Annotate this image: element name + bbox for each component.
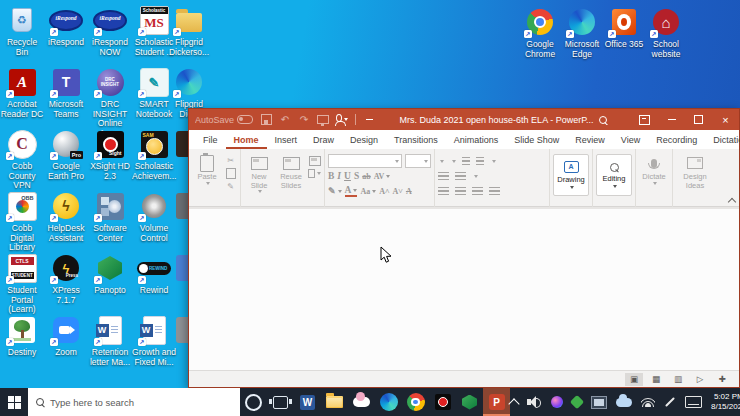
save-icon[interactable] [260,114,272,126]
reuse-slides-button[interactable]: Reuse Slides [276,152,306,209]
desktop-icon-microsoft-edge[interactable]: ↗Microsoft Edge [558,6,606,59]
slide-sorter-button[interactable]: ▦ [647,373,665,386]
highlight-pen-icon[interactable]: ✎ [328,186,342,196]
font-color-icon[interactable]: A [345,186,358,197]
new-slide-button[interactable]: New Slide [244,152,274,209]
desktop-icon-google-earth-pro[interactable]: Pro↗Google Earth Pro [44,128,88,181]
desktop-icon-xpress[interactable]: ϟPress↗XPress 7.1.7 [44,252,88,305]
tab-file[interactable]: File [195,132,226,149]
file-explorer-taskbar[interactable] [321,388,348,416]
tab-dictation[interactable]: Dictation [705,132,740,149]
cut-icon[interactable]: ✂ [224,155,237,166]
slideshow-button[interactable]: ▷ [691,373,709,386]
drawing-button[interactable]: A Drawing [553,154,589,196]
desktop-icon-google-chrome[interactable]: ↗Google Chrome [516,6,564,59]
start-presentation-icon[interactable] [317,114,329,126]
character-spacing-icon[interactable]: AV [374,172,391,181]
tab-transitions[interactable]: Transitions [386,132,446,149]
autosave-toggle[interactable]: AutoSave [195,115,253,125]
touch-keyboard-icon[interactable] [685,396,702,408]
text-shadow-icon[interactable]: S [354,171,359,181]
columns-icon[interactable] [438,172,449,181]
align-center-icon[interactable] [455,187,466,196]
desktop-icon-flipgrid-dickerson[interactable]: ↗Flipgrid Dickerso... [167,4,211,57]
italic-icon[interactable]: I [337,171,341,181]
desktop-icon-school-website[interactable]: ⌂↗School website [642,6,690,59]
tab-home[interactable]: Home [226,132,267,149]
powerpoint-taskbar[interactable]: P [483,388,510,416]
paste-button[interactable]: Paste [192,152,222,209]
clear-formatting-icon[interactable]: A [406,187,412,196]
desktop-icon-helpdesk-assistant[interactable]: ϟ↗HelpDesk Assistant [44,190,88,243]
desktop-icon-irespond[interactable]: iRespond↗iRespond [44,4,88,48]
tab-draw[interactable]: Draw [305,132,342,149]
tab-design[interactable]: Design [342,132,386,149]
collapse-ribbon-icon[interactable] [728,197,735,204]
cortana-orb-icon[interactable] [551,396,563,408]
tab-insert[interactable]: Insert [267,132,306,149]
line-spacing-icon[interactable] [490,157,496,166]
underline-icon[interactable]: U [344,171,351,181]
word-taskbar[interactable]: W [294,388,321,416]
grow-font-icon[interactable]: A˄ [379,187,389,196]
align-text-icon[interactable] [472,172,478,181]
cortana-button[interactable] [240,388,267,416]
chrome-taskbar[interactable] [402,388,429,416]
desktop-icon-retention-letter[interactable]: W↗Retention letter Ma... [88,314,132,367]
desktop-icon-student-portal[interactable]: CTLSSTUDENT↗Student Portal (Learn) [0,252,44,315]
desktop-icon-microsoft-teams[interactable]: T↗Microsoft Teams [44,66,88,119]
xsight-taskbar[interactable] [429,388,456,416]
desktop-icon-acrobat-reader-dc[interactable]: A↗Acrobat Reader DC [0,66,44,119]
close-button[interactable]: × [712,109,739,130]
onedrive-icon[interactable] [616,398,632,407]
tab-recording[interactable]: Recording [648,132,705,149]
desktop-icon-xsight-hd[interactable]: Sight↗XSight HD 2.3 [88,128,132,181]
layout-icon[interactable] [308,155,321,166]
hidden-icons-chevron[interactable] [510,397,518,408]
tab-review[interactable]: Review [567,132,613,149]
desktop-icon-office-365[interactable]: ↗Office 365 [600,6,648,50]
desktop-icon-cobb-digital-library[interactable]: OBB↗Cobb Digital Library [0,190,44,253]
task-view-button[interactable] [267,388,294,416]
format-painter-icon[interactable]: ✎ [224,181,237,192]
pen-tray-icon[interactable] [664,401,676,403]
strikethrough-icon[interactable]: ab [362,172,370,181]
tab-slide-show[interactable]: Slide Show [506,132,567,149]
wifi-icon[interactable] [641,397,655,407]
editing-button[interactable]: Editing [596,154,632,196]
normal-view-button[interactable]: ▣ [625,373,643,386]
desktop-icon-cobb-county-vpn[interactable]: C↗Cobb County VPN [0,128,44,191]
desktop-icon-zoom-app[interactable]: ↗Zoom [44,314,88,358]
fit-slide-button[interactable]: ✚ [713,373,731,386]
start-button[interactable] [0,388,28,416]
redo-icon[interactable]: ↷ [298,114,310,126]
tab-view[interactable]: View [613,132,648,149]
tab-animations[interactable]: Animations [446,132,507,149]
desktop-icon-software-center[interactable]: ↗Software Center [88,190,132,243]
dictate-button[interactable]: Dictate [639,152,669,209]
slide-editing-area[interactable] [189,207,739,370]
panopto-taskbar[interactable] [456,388,483,416]
edge-taskbar[interactable] [375,388,402,416]
change-case-icon[interactable]: Aa [360,187,376,196]
display-tray-icon[interactable] [591,396,607,409]
copy-icon[interactable] [224,168,237,179]
bullets-icon[interactable] [438,157,444,166]
font-size-select[interactable] [405,154,431,168]
minimize-button[interactable] [658,109,685,130]
taskbar-search-box[interactable]: Type here to search [28,388,240,416]
text-direction-icon[interactable] [455,172,466,181]
desktop-icon-irespond-now[interactable]: iRespond↗iRespond NOW [88,4,132,57]
antivirus-shield-icon[interactable] [572,397,582,407]
font-name-select[interactable] [328,154,402,168]
weather-cloud-taskbar[interactable] [348,388,375,416]
maximize-button[interactable] [685,109,712,130]
align-left-icon[interactable] [438,187,449,196]
numbering-icon[interactable] [450,157,456,166]
desktop-icon-recycle-bin[interactable]: ♻Recycle Bin [0,4,44,57]
search-icon[interactable] [599,116,607,124]
indent-increase-icon[interactable] [476,157,484,166]
design-ideas-button[interactable]: Design Ideas [676,152,714,209]
justify-icon[interactable] [489,187,500,196]
section-icon[interactable] [308,168,321,179]
